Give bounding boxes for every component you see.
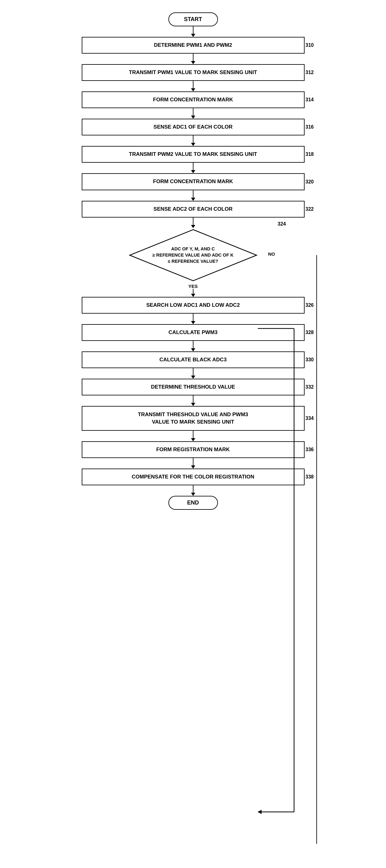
step-336: FORM REGISTRATION MARK [82, 441, 305, 458]
decision-324-container: 324 ADC OF Y, M, AND C≥ REFERENCE VALUE … [54, 228, 332, 282]
step-334-num: 334 [306, 415, 314, 421]
arrow [191, 143, 195, 146]
step-316: SENSE ADC1 OF EACH COLOR [82, 119, 305, 135]
arrow [191, 294, 195, 297]
step-314: FORM CONCENTRATION MARK [82, 91, 305, 108]
step-310-row: DETERMINE PWM1 AND PWM2 310 [54, 37, 332, 54]
step-322: SENSE ADC2 OF EACH COLOR [82, 201, 305, 218]
arrow [191, 116, 195, 119]
step-332-num: 332 [306, 384, 314, 390]
step-324-num: 324 [278, 221, 286, 227]
connector [193, 431, 194, 438]
connector [193, 396, 194, 403]
arrow [191, 403, 195, 406]
yes-label: YES [188, 283, 198, 289]
connector [193, 314, 194, 321]
connector [193, 135, 194, 143]
decision-324-text-wrap: ADC OF Y, M, AND C≥ REFERENCE VALUE AND … [128, 228, 258, 282]
step-318: TRANSMIT PWM2 VALUE TO MARK SENSING UNIT [82, 146, 305, 163]
arrow [191, 376, 195, 379]
step-336-num: 336 [306, 447, 314, 453]
step-314-num: 314 [306, 97, 314, 102]
step-338-row: COMPENSATE FOR THE COLOR REGISTRATION 33… [54, 469, 332, 485]
arrow [191, 34, 195, 37]
step-334-row: TRANSMIT THRESHOLD VALUE AND PWM3VALUE T… [54, 406, 332, 431]
step-328-row: CALCULATE PWM3 328 [54, 324, 332, 341]
connector [193, 218, 194, 225]
connector [193, 368, 194, 376]
decision-324-text: ADC OF Y, M, AND C≥ REFERENCE VALUE AND … [150, 246, 237, 265]
arrow [191, 88, 195, 91]
connector [193, 81, 194, 88]
step-326-num: 326 [306, 303, 314, 308]
step-316-row: SENSE ADC1 OF EACH COLOR 316 [54, 119, 332, 135]
step-312: TRANSMIT PWM1 VALUE TO MARK SENSING UNIT [82, 64, 305, 81]
connector [193, 485, 194, 493]
arrow [191, 225, 195, 228]
step-328-num: 328 [306, 330, 314, 335]
end-terminal: END [168, 496, 218, 510]
step-330-num: 330 [306, 357, 314, 363]
step-332: DETERMINE THRESHOLD VALUE [82, 379, 305, 396]
arrow [191, 438, 195, 441]
step-310-num: 310 [306, 42, 314, 48]
step-320-num: 320 [306, 179, 314, 185]
arrow [191, 321, 195, 324]
connector [193, 289, 194, 294]
step-338: COMPENSATE FOR THE COLOR REGISTRATION [82, 469, 305, 485]
arrow [191, 61, 195, 64]
step-328: CALCULATE PWM3 [82, 324, 305, 341]
connector [193, 26, 194, 34]
step-334: TRANSMIT THRESHOLD VALUE AND PWM3VALUE T… [82, 406, 305, 431]
arrow [191, 198, 195, 201]
connector [193, 190, 194, 198]
arrow [191, 465, 195, 469]
step-322-num: 322 [306, 207, 314, 212]
step-314-row: FORM CONCENTRATION MARK 314 [54, 91, 332, 108]
step-318-num: 318 [306, 152, 314, 157]
step-336-row: FORM REGISTRATION MARK 336 [54, 441, 332, 458]
step-326-row: SEARCH LOW ADC1 AND LOW ADC2 326 [54, 297, 332, 314]
connector [193, 458, 194, 465]
step-330-row: CALCULATE BLACK ADC3 330 [54, 351, 332, 368]
step-326: SEARCH LOW ADC1 AND LOW ADC2 [82, 297, 305, 314]
step-332-row: DETERMINE THRESHOLD VALUE 332 [54, 379, 332, 396]
step-322-row: SENSE ADC2 OF EACH COLOR 322 [54, 201, 332, 218]
step-310: DETERMINE PWM1 AND PWM2 [82, 37, 305, 54]
connector [193, 108, 194, 116]
connector [193, 341, 194, 348]
step-316-num: 316 [306, 124, 314, 130]
step-320: FORM CONCENTRATION MARK [82, 173, 305, 190]
step-330: CALCULATE BLACK ADC3 [82, 351, 305, 368]
flowchart: START DETERMINE PWM1 AND PWM2 310 TRANSM… [54, 12, 332, 856]
no-vertical-line [316, 255, 317, 844]
arrow [191, 170, 195, 173]
step-338-num: 338 [306, 474, 314, 480]
step-312-num: 312 [306, 70, 314, 75]
no-label: NO [268, 251, 275, 256]
step-312-row: TRANSMIT PWM1 VALUE TO MARK SENSING UNIT… [54, 64, 332, 81]
arrow [191, 348, 195, 351]
step-318-row: TRANSMIT PWM2 VALUE TO MARK SENSING UNIT… [54, 146, 332, 163]
arrow [191, 493, 195, 496]
connector [193, 54, 194, 61]
connector [193, 163, 194, 170]
start-terminal: START [168, 12, 218, 26]
step-320-row: FORM CONCENTRATION MARK 320 [54, 173, 332, 190]
decision-324: 324 ADC OF Y, M, AND C≥ REFERENCE VALUE … [128, 228, 258, 282]
